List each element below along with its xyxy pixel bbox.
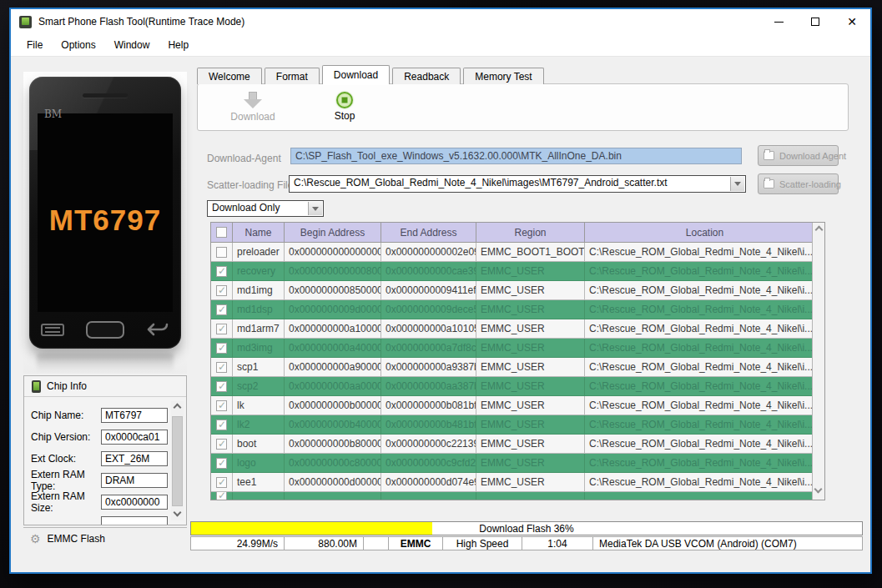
row-checkbox-cell[interactable] [211, 300, 233, 319]
chevron-down-icon[interactable] [730, 177, 744, 191]
cell-name: md1arm7 [233, 319, 285, 339]
table-scrollbar[interactable] [812, 223, 824, 500]
cell-location: C:\Rescue_ROM_Global_Redmi_Note_4_Nikel\… [585, 319, 824, 339]
chip-field-value[interactable]: 0x0000ca01 [101, 430, 168, 445]
chevron-down-icon[interactable] [308, 202, 322, 215]
row-checkbox-cell[interactable] [211, 415, 233, 435]
row-checkbox[interactable] [216, 247, 227, 258]
chip-field-value[interactable]: 0xc0000000 [101, 495, 168, 510]
table-row-tee1[interactable]: tee10x000000000d0000000x000000000d074e9f… [211, 473, 824, 492]
column-header-name[interactable]: Name [233, 223, 285, 243]
scatter-loading-button[interactable]: Scatter-loading [758, 173, 839, 194]
download-agent-field[interactable]: C:\SP_Flash_Tool_exe_Windows_v5.1632.00.… [290, 148, 742, 164]
table-row-lk2[interactable]: lk20x000000000b4000000x000000000b481bffE… [211, 415, 824, 435]
chip-field-value[interactable]: MT6797 [101, 408, 168, 423]
download-button[interactable]: Download [218, 92, 288, 123]
cell-begin-address: 0x0000000000000000 [285, 243, 381, 262]
scrollbar-thumb[interactable] [172, 416, 183, 506]
row-checkbox[interactable] [216, 266, 227, 277]
table-row-boot[interactable]: boot0x000000000b8000000x000000000c22139f… [211, 435, 824, 454]
row-checkbox-cell[interactable] [211, 454, 233, 473]
cell-name: md1dsp [233, 300, 285, 319]
tab-welcome[interactable]: Welcome [197, 68, 262, 84]
minimize-button[interactable] [760, 9, 797, 34]
column-header-begin-address[interactable]: Begin Address [285, 223, 381, 243]
close-button[interactable]: ✕ [834, 9, 870, 34]
chip-info-scrollbar[interactable] [171, 401, 184, 520]
status-bar: 24.99M/s880.00MEMMCHigh Speed1:04MediaTe… [190, 536, 863, 550]
row-checkbox[interactable] [216, 420, 227, 430]
row-checkbox[interactable] [216, 285, 227, 296]
cell-region: EMMC_USER [476, 339, 585, 358]
column-header-end-address[interactable]: End Address [381, 223, 476, 243]
row-checkbox-cell[interactable] [211, 339, 233, 358]
chip-field-value[interactable] [101, 516, 168, 525]
download-mode-dropdown[interactable]: Download Only [207, 200, 324, 217]
menu-help[interactable]: Help [159, 35, 198, 55]
menu-window[interactable]: Window [105, 35, 159, 55]
scroll-down-icon[interactable] [174, 509, 182, 517]
row-checkbox[interactable] [216, 343, 227, 354]
table-row-preloader[interactable]: preloader0x00000000000000000x00000000000… [211, 243, 824, 262]
row-checkbox-cell[interactable] [211, 358, 233, 377]
cell-begin-address [285, 492, 381, 500]
cell-begin-address: 0x0000000009d00000 [285, 300, 381, 319]
row-checkbox-cell[interactable] [211, 281, 233, 300]
row-checkbox[interactable] [216, 381, 227, 392]
table-row-recovery[interactable]: recovery0x00000000000080000x0000000000ca… [211, 262, 824, 281]
column-header-region[interactable]: Region [476, 223, 585, 243]
row-checkbox-cell[interactable] [211, 319, 233, 339]
menu-file[interactable]: File [18, 35, 52, 55]
scatter-file-combobox[interactable]: C:\Rescue_ROM_Global_Redmi_Note_4_Nikel\… [289, 175, 746, 193]
row-checkbox[interactable] [216, 400, 227, 411]
tab-download[interactable]: Download [322, 65, 390, 84]
row-checkbox[interactable] [216, 304, 227, 315]
chip-field-value[interactable]: DRAM [101, 473, 168, 488]
row-checkbox-cell[interactable] [211, 473, 233, 492]
scroll-up-icon[interactable] [174, 404, 182, 412]
row-checkbox-cell[interactable] [211, 435, 233, 454]
row-checkbox-cell[interactable] [211, 396, 233, 415]
table-row-logo[interactable]: logo0x000000000c8000000x000000000c9cfd2f… [211, 454, 824, 473]
tab-readback[interactable]: Readback [392, 68, 461, 84]
table-row-scp2[interactable]: scp20x000000000aa000000x000000000aa387bf… [211, 377, 824, 396]
row-checkbox-cell[interactable] [211, 262, 233, 281]
cell-location: C:\Rescue_ROM_Global_Redmi_Note_4_Nikel\… [585, 300, 824, 319]
menu-options[interactable]: Options [52, 35, 104, 55]
row-checkbox-cell[interactable] [211, 243, 233, 262]
table-row-scp1[interactable]: scp10x000000000a9000000x000000000a9387bf… [211, 358, 824, 377]
row-checkbox[interactable] [216, 458, 227, 469]
column-header-location[interactable]: Location [585, 223, 824, 243]
row-checkbox-cell[interactable] [211, 492, 233, 500]
table-row-md1img[interactable]: md1img0x00000000085000000x0000000009411e… [211, 281, 824, 300]
table-row-md3img[interactable]: md3img0x000000000a4000000x000000000a7df8… [211, 339, 824, 358]
table-row-lk[interactable]: lk0x000000000b0000000x000000000b081bffEM… [211, 396, 824, 415]
row-checkbox[interactable] [216, 492, 227, 500]
phone-chip-label: MT6797 [38, 204, 173, 237]
download-agent-button[interactable]: Download Agent [758, 145, 839, 166]
select-all-checkbox-cell[interactable] [211, 223, 233, 243]
table-row-md1arm7[interactable]: md1arm70x000000000a1000000x000000000a101… [211, 319, 824, 339]
tab-memory-test[interactable]: Memory Test [463, 68, 543, 84]
table-row-md1dsp[interactable]: md1dsp0x0000000009d000000x0000000009dece… [211, 300, 824, 319]
table-row-partial[interactable] [211, 492, 824, 500]
maximize-button[interactable] [797, 9, 834, 34]
cell-end-address: 0x000000000a9387bf [381, 358, 476, 377]
cell-region: EMMC_USER [476, 281, 585, 300]
stop-button[interactable]: Stop [310, 92, 380, 122]
row-checkbox[interactable] [216, 477, 227, 488]
row-checkbox[interactable] [216, 362, 227, 373]
row-checkbox-cell[interactable] [211, 377, 233, 396]
tab-format[interactable]: Format [265, 68, 320, 84]
chip-field-row: Ext Clock:EXT_26M [31, 448, 168, 470]
cell-end-address: 0x000000000b081bff [381, 396, 476, 415]
row-checkbox[interactable] [216, 324, 227, 334]
tab-strip: WelcomeFormatDownloadReadbackMemory Test [197, 65, 547, 84]
select-all-checkbox[interactable] [216, 227, 227, 238]
chip-field-label: Chip Version: [31, 431, 101, 443]
cell-region: EMMC_USER [476, 454, 585, 473]
row-checkbox[interactable] [216, 439, 227, 450]
scroll-down-icon[interactable] [814, 485, 823, 494]
scroll-up-icon[interactable] [814, 226, 823, 234]
chip-field-value[interactable]: EXT_26M [101, 451, 168, 466]
